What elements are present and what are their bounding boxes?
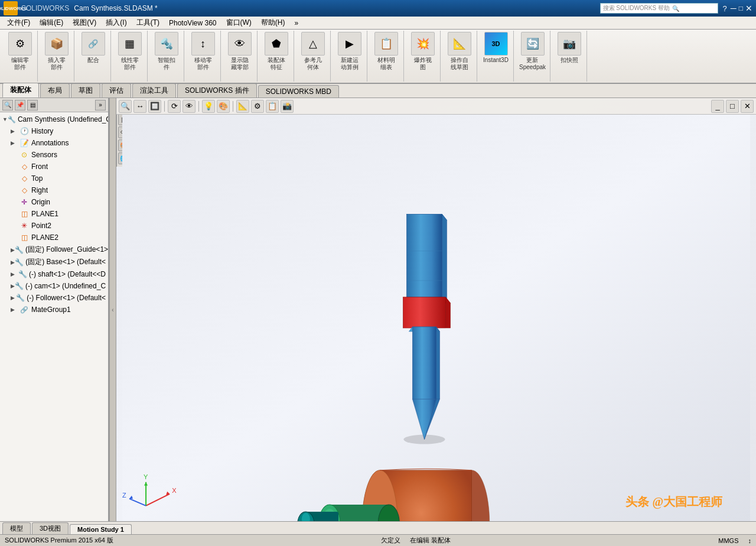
- vp-zoom-btn[interactable]: 🔍: [119, 100, 132, 113]
- tree-item-front[interactable]: ▶ ◇ Front: [0, 161, 108, 173]
- close-button[interactable]: ✕: [745, 4, 752, 13]
- ribbon-label-instant3d: Instant3D: [483, 57, 509, 64]
- ribbon-label-mate: 配合: [87, 57, 99, 64]
- vp-sep-3: [233, 101, 233, 112]
- svg-text:X: X: [172, 487, 177, 494]
- menu-file[interactable]: 文件(F): [2, 17, 35, 29]
- vp-render-mode-btn[interactable]: 🎨: [217, 100, 230, 113]
- vp-snapshot-btn[interactable]: 📸: [281, 100, 294, 113]
- ribbon-icon-show-hide[interactable]: 👁: [228, 32, 252, 56]
- tab-sw-mbd[interactable]: SOLIDWORKS MBD: [258, 85, 339, 98]
- tree-item-follower[interactable]: ▶ 🔧 (-) Follower<1> (Default<: [0, 292, 108, 304]
- tab-evaluate[interactable]: 评估: [102, 83, 131, 98]
- vp-select-btn[interactable]: 🔲: [148, 100, 161, 113]
- item-icon-history: 🕐: [19, 126, 30, 136]
- tab-sketch[interactable]: 草图: [71, 83, 100, 98]
- item-icon-sensors: ⊙: [19, 150, 30, 160]
- menu-view[interactable]: 视图(V): [68, 17, 101, 29]
- tab-render[interactable]: 渲染工具: [132, 83, 176, 98]
- sidebar-collapse-handle[interactable]: ‹: [109, 98, 116, 521]
- expand-icon-follower: ▶: [11, 295, 16, 301]
- ribbon-icon-speedpak[interactable]: 🔄: [521, 32, 545, 56]
- search-icon[interactable]: 🔍: [672, 5, 679, 12]
- vp-measure-btn[interactable]: 📐: [236, 100, 249, 113]
- menu-more[interactable]: »: [290, 18, 304, 28]
- tab-sw-plugins[interactable]: SOLIDWORKS 插件: [177, 83, 257, 98]
- tree-item-plane1[interactable]: ▶ ◫ PLANE1: [0, 208, 108, 220]
- svg-marker-3: [442, 214, 447, 298]
- vp-view-btn[interactable]: 👁: [183, 100, 195, 113]
- tree-item-root[interactable]: ▼ 🔧 Cam Synthesis (Undefined_C: [0, 113, 108, 125]
- ribbon-icon-mate[interactable]: 🔗: [82, 32, 105, 56]
- vp-maximize-btn[interactable]: □: [726, 100, 739, 113]
- sidebar-menu-btn[interactable]: ▤: [27, 100, 38, 110]
- ribbon-group-smart-fastener: 🔩 智能扣件: [149, 31, 184, 82]
- vp-settings-btn[interactable]: ⚙: [251, 100, 264, 113]
- tree-item-follower-guide[interactable]: ▶ 🔧 (固定) Follower_Guide<1>: [0, 243, 108, 256]
- vp-rotate-btn[interactable]: ⟳: [168, 100, 181, 113]
- menu-photoview[interactable]: PhotoView 360: [164, 18, 221, 28]
- status-arrows-btn[interactable]: ↕: [748, 537, 752, 544]
- sidebar-pin-btn[interactable]: 📌: [15, 100, 25, 110]
- expand-icon-shaft: ▶: [11, 271, 18, 277]
- tab-assembly[interactable]: 装配体: [2, 83, 39, 98]
- ribbon-icon-bom[interactable]: 📋: [374, 32, 398, 56]
- tree-item-right[interactable]: ▶ ◇ Right: [0, 184, 108, 196]
- ribbon-icon-snapshot[interactable]: 📷: [558, 32, 581, 56]
- search-box[interactable]: 搜索 SOLIDWORKS 帮助 🔍: [600, 3, 718, 14]
- ribbon-icon-smart-fastener[interactable]: 🔩: [155, 32, 178, 56]
- tree-item-annotations[interactable]: ▶ 📝 Annotations: [0, 137, 108, 149]
- menu-help[interactable]: 帮助(H): [256, 17, 290, 29]
- vp-light-btn[interactable]: 💡: [202, 100, 215, 113]
- menu-insert[interactable]: 插入(I): [101, 17, 131, 29]
- titlebar: SOLIDWORKS SOLIDWORKS Cam Synthesis.SLDA…: [0, 0, 756, 17]
- ribbon-icon-instant3d[interactable]: 3D: [484, 32, 508, 56]
- tree-item-origin[interactable]: ▶ ✛ Origin: [0, 196, 108, 208]
- ribbon-icon-sketch-lines[interactable]: 📐: [448, 32, 471, 56]
- menu-window[interactable]: 窗口(W): [221, 17, 256, 29]
- ribbon-icon-assembly-feature[interactable]: ⬟: [265, 32, 288, 56]
- sidebar-more-btn[interactable]: »: [95, 100, 106, 110]
- vp-minimize-btn[interactable]: _: [711, 100, 724, 113]
- item-icon-shaft: 🔧: [18, 269, 27, 279]
- bottom-tab-motion-study[interactable]: Motion Study 1: [70, 524, 132, 534]
- tree-item-base[interactable]: ▶ 🔧 (固定) Base<1> (Default<: [0, 256, 108, 268]
- ribbon-label-edit-part: 编辑零部件: [11, 57, 29, 71]
- vp-fit-btn[interactable]: ↔: [133, 100, 146, 113]
- tree-item-top[interactable]: ▶ ◇ Top: [0, 173, 108, 184]
- sidebar-search-btn[interactable]: 🔍: [2, 100, 13, 110]
- ribbon-icon-linear[interactable]: ▦: [118, 32, 142, 56]
- ribbon-icon-motion[interactable]: ▶: [338, 32, 361, 56]
- ribbon-group-linear: ▦ 线性零部件: [112, 31, 148, 82]
- expand-icon-plane2: ▶: [11, 235, 19, 240]
- tree-item-plane2[interactable]: ▶ ◫ PLANE2: [0, 232, 108, 243]
- help-icon[interactable]: ?: [723, 4, 727, 13]
- item-label-follower-guide: (固定) Follower_Guide<1>: [25, 245, 108, 255]
- maximize-button[interactable]: □: [739, 4, 743, 12]
- svg-rect-4: [406, 214, 442, 298]
- vp-sheet-btn[interactable]: 📋: [266, 100, 279, 113]
- minimize-button[interactable]: ─: [731, 4, 737, 13]
- vp-sep-2: [198, 101, 199, 112]
- expand-icon-root: ▼: [2, 116, 8, 122]
- vp-close-btn[interactable]: ✕: [741, 100, 754, 113]
- 3d-scene: X Y Z 头条 @大国工程师: [116, 115, 756, 521]
- tree-item-mategroup1[interactable]: ▶ 🔗 MateGroup1: [0, 304, 108, 316]
- ribbon-icon-explode[interactable]: 💥: [411, 32, 435, 56]
- menu-edit[interactable]: 编辑(E): [35, 17, 68, 29]
- viewport[interactable]: 🔍 ↔ 🔲 ⟳ 👁 💡 🎨 📐 ⚙ 📋 📸 _ □ ✕: [116, 98, 756, 521]
- ribbon-icon-edit-part[interactable]: ⚙: [8, 32, 32, 56]
- ribbon-icon-move-part[interactable]: ↕: [191, 32, 215, 56]
- tree-item-point2[interactable]: ▶ ✳ Point2: [0, 220, 108, 232]
- tree-item-sensors[interactable]: ▶ ⊙ Sensors: [0, 149, 108, 161]
- menu-tools[interactable]: 工具(T): [132, 17, 164, 29]
- tree-item-history[interactable]: ▶ 🕐 History: [0, 125, 108, 137]
- bottom-tab-3dview[interactable]: 3D视图: [32, 522, 69, 534]
- bottom-tab-model[interactable]: 模型: [2, 522, 31, 534]
- tree-item-shaft[interactable]: ▶ 🔧 (-) shaft<1> (Default<<D: [0, 268, 108, 280]
- tree-item-cam[interactable]: ▶ 🔧 (-) cam<1> (Undefined_C: [0, 280, 108, 292]
- status-definition: 欠定义: [381, 536, 400, 545]
- tab-layout[interactable]: 布局: [40, 83, 70, 98]
- ribbon-icon-insert-part[interactable]: 📦: [45, 32, 69, 56]
- ribbon-icon-ref-geometry[interactable]: △: [301, 32, 325, 56]
